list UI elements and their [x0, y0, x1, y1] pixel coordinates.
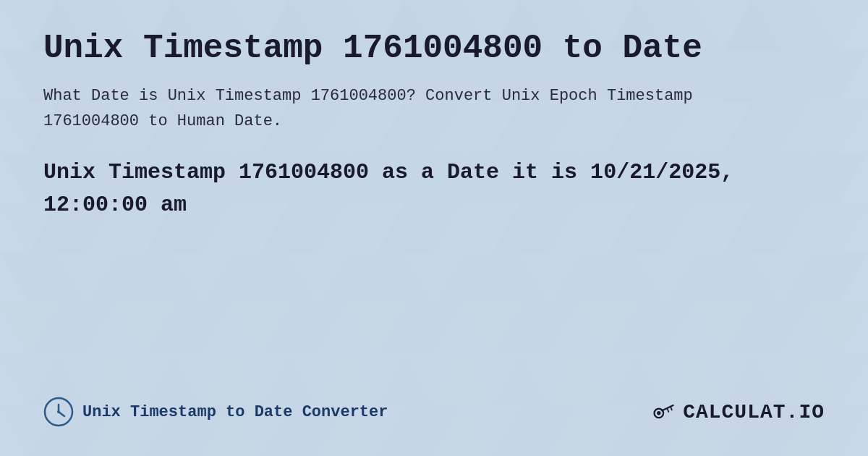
- svg-line-269: [671, 407, 672, 410]
- logo-icon: [651, 399, 677, 425]
- logo-area: CALCULAT.IO: [651, 399, 825, 425]
- result-text: Unix Timestamp 1761004800 as a Date it i…: [43, 156, 825, 221]
- footer-link-text[interactable]: Unix Timestamp to Date Converter: [82, 403, 388, 421]
- clock-icon: [43, 397, 74, 427]
- logo-text: CALCULAT.IO: [683, 401, 825, 423]
- result-section: Unix Timestamp 1761004800 as a Date it i…: [43, 156, 825, 221]
- footer-left: Unix Timestamp to Date Converter: [43, 397, 388, 427]
- page-title: Unix Timestamp 1761004800 to Date: [43, 29, 825, 69]
- svg-line-270: [668, 409, 669, 413]
- svg-point-267: [657, 411, 660, 415]
- footer: Unix Timestamp to Date Converter CALCULA…: [43, 382, 825, 427]
- page-description: What Date is Unix Timestamp 1761004800? …: [43, 83, 694, 134]
- svg-point-265: [57, 410, 60, 413]
